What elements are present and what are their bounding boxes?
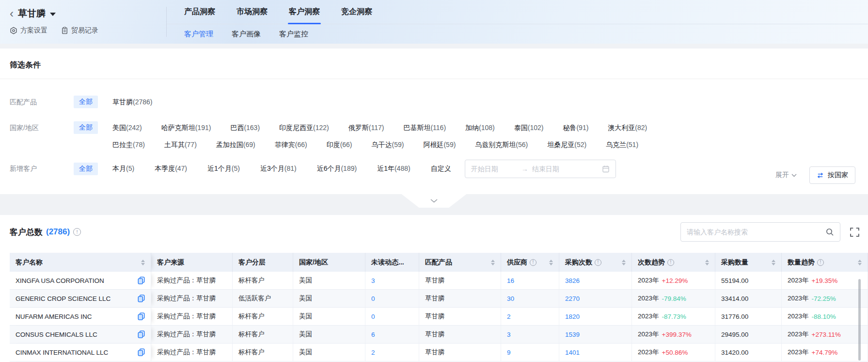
column-header[interactable]: 未读动态...: [365, 253, 419, 272]
custom-range-button[interactable]: 自定义: [431, 165, 451, 173]
customer-name[interactable]: NUFARM AMERICAS INC: [16, 313, 92, 320]
all-chip-country[interactable]: 全部: [74, 121, 98, 134]
search-input[interactable]: [687, 228, 821, 236]
customer-name[interactable]: CINMAX INTERNATIONAL LLC: [16, 349, 108, 356]
back-icon[interactable]: ‹: [10, 9, 14, 18]
filter-item[interactable]: 俄罗斯(117): [348, 124, 384, 132]
tab-item[interactable]: 市场洞察: [237, 0, 268, 24]
cell-purchase-count[interactable]: 1820: [559, 308, 632, 325]
filter-item[interactable]: 孟加拉国(69): [216, 141, 255, 149]
customer-name[interactable]: XINGFA USA CORPORATION: [16, 277, 104, 284]
column-header[interactable]: 客户来源: [151, 253, 233, 272]
filter-item[interactable]: 坦桑尼亚(52): [547, 141, 586, 149]
column-header[interactable]: 供应商!: [501, 253, 559, 272]
sort-icon[interactable]: [491, 260, 495, 265]
cell-purchase-count[interactable]: 1539: [559, 326, 632, 343]
filter-item[interactable]: 近1个月(5): [207, 165, 240, 173]
customer-name[interactable]: GENERIC CROP SCIENCE LLC: [16, 295, 110, 302]
filter-item[interactable]: 印度尼西亚(122): [279, 124, 329, 132]
filter-item[interactable]: 近6个月(189): [317, 165, 357, 173]
filter-item[interactable]: 印度(66): [327, 141, 352, 149]
sort-icon[interactable]: [141, 260, 145, 265]
trade-records-button[interactable]: 贸易记录: [61, 26, 98, 35]
filter-item[interactable]: 近1年(488): [377, 165, 410, 173]
info-icon: !: [667, 259, 674, 266]
date-range-picker[interactable]: →: [465, 160, 616, 178]
tab-item[interactable]: 客户洞察: [289, 0, 320, 24]
cell-suppliers[interactable]: 2: [501, 308, 559, 325]
cell-unread-updates[interactable]: 6: [365, 326, 419, 343]
column-header[interactable]: 采购数量: [715, 253, 782, 272]
cell-unread-updates[interactable]: 0: [365, 308, 419, 325]
sub-tab-item[interactable]: 客户管理: [184, 30, 213, 39]
filter-item[interactable]: 加纳(108): [465, 124, 495, 132]
filter-item[interactable]: 本季度(47): [155, 165, 187, 173]
tab-item[interactable]: 竞企洞察: [341, 0, 372, 24]
filter-item[interactable]: 澳大利亚(82): [608, 124, 647, 132]
end-date-input[interactable]: [532, 165, 579, 173]
sub-tab-item[interactable]: 客户监控: [279, 30, 308, 39]
cell-purchase-count[interactable]: 2270: [559, 290, 632, 307]
filter-item[interactable]: 泰国(102): [514, 124, 544, 132]
filter-item[interactable]: 巴拉圭(78): [112, 141, 145, 149]
customer-name[interactable]: CONSUS CHEMICALS LLC: [16, 331, 97, 338]
tab-item[interactable]: 产品洞察: [184, 0, 215, 24]
dropdown-caret-icon[interactable]: [50, 13, 56, 16]
column-header[interactable]: 客户分层: [233, 253, 293, 272]
column-header[interactable]: 次数趋势!: [632, 253, 715, 272]
scheme-settings-button[interactable]: 方案设置: [10, 26, 47, 35]
collapse-filter-button[interactable]: [402, 194, 467, 208]
copy-icon[interactable]: [138, 313, 145, 320]
sort-icon[interactable]: [549, 260, 553, 265]
vertical-scrollbar[interactable]: [858, 279, 861, 361]
cell-suppliers[interactable]: 9: [501, 344, 559, 361]
filter-item[interactable]: 本月(5): [112, 165, 134, 173]
cell-unread-updates[interactable]: 0: [365, 290, 419, 307]
filter-item[interactable]: 秘鲁(91): [563, 124, 588, 132]
cell-purchase-count[interactable]: 1401: [559, 344, 632, 361]
cell-purchase-count[interactable]: 3826: [559, 272, 632, 289]
column-header[interactable]: 国家/地区: [293, 253, 365, 272]
search-icon[interactable]: [825, 228, 834, 236]
filter-item[interactable]: 菲律宾(66): [275, 141, 307, 149]
sort-icon[interactable]: [705, 260, 709, 265]
cell-matched-product: 草甘膦: [419, 326, 501, 343]
sort-icon[interactable]: [622, 260, 626, 265]
filter-item[interactable]: 近3个月(81): [260, 165, 297, 173]
column-header[interactable]: 客户名称: [10, 253, 151, 272]
sort-icon[interactable]: [858, 260, 862, 265]
copy-icon[interactable]: [138, 295, 145, 302]
filter-item[interactable]: 乌兹别克斯坦(56): [475, 141, 528, 149]
cell-customer-name: CONSUS CHEMICALS LLC: [10, 326, 151, 343]
sub-tab-item[interactable]: 客户画像: [232, 30, 261, 39]
cell-suppliers[interactable]: 3: [501, 326, 559, 343]
filter-item[interactable]: 美国(242): [112, 124, 142, 132]
filter-item[interactable]: 哈萨克斯坦(191): [161, 124, 211, 132]
column-header[interactable]: 采购次数!: [559, 253, 632, 272]
filter-item[interactable]: 乌干达(59): [372, 141, 404, 149]
sort-icon[interactable]: [772, 260, 775, 265]
all-chip-product[interactable]: 全部: [74, 96, 98, 108]
filter-item[interactable]: 阿根廷(59): [423, 141, 456, 149]
filter-item[interactable]: 乌克兰(51): [606, 141, 638, 149]
copy-icon[interactable]: [138, 277, 145, 284]
filter-item[interactable]: 巴基斯坦(116): [403, 124, 446, 132]
copy-icon[interactable]: [138, 330, 145, 338]
group-by-country-button[interactable]: 按国家: [809, 166, 855, 184]
column-header[interactable]: 数量趋势!: [782, 253, 868, 272]
fullscreen-button[interactable]: [850, 228, 859, 237]
filter-item[interactable]: 巴西(163): [230, 124, 260, 132]
start-date-input[interactable]: [471, 165, 518, 173]
cell-suppliers[interactable]: 16: [501, 272, 559, 289]
filter-item[interactable]: 土耳其(77): [164, 141, 197, 149]
cell-unread-updates[interactable]: 2: [365, 344, 419, 361]
copy-icon[interactable]: [138, 348, 145, 356]
filter-item[interactable]: 草甘膦(2786): [112, 98, 152, 107]
filter-item-name: 澳大利亚: [608, 124, 635, 132]
cell-unread-updates[interactable]: 3: [365, 272, 419, 289]
cell-suppliers[interactable]: 30: [501, 290, 559, 307]
column-header[interactable]: 匹配产品: [419, 253, 501, 272]
cell-purchase-quantity: 31776.00: [715, 308, 782, 325]
expand-button[interactable]: 展开: [775, 171, 797, 180]
all-chip-new-customer[interactable]: 全部: [74, 163, 98, 175]
